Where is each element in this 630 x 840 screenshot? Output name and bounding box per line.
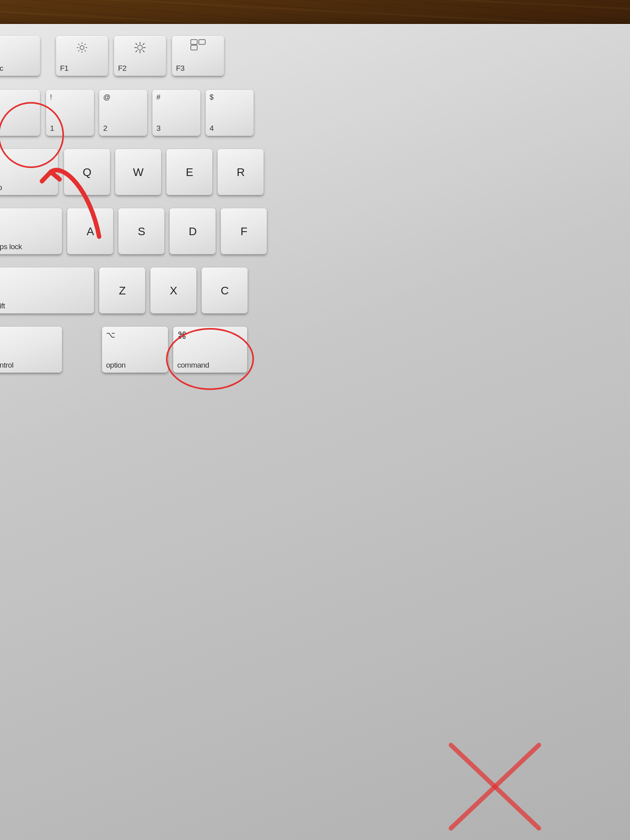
key-caps[interactable]: caps lock (0, 208, 62, 254)
svg-line-5 (78, 44, 80, 45)
x-label: X (154, 271, 192, 310)
key4-label: 4 (210, 124, 214, 133)
esc-label: esc (0, 64, 3, 73)
svg-point-0 (80, 46, 84, 50)
key-e[interactable]: E (166, 149, 212, 195)
keyboard-body: esc F1 (0, 24, 630, 840)
key3-top-symbol: # (156, 93, 160, 102)
key-tilde[interactable]: ~ ` (0, 90, 40, 136)
z-label: Z (103, 271, 141, 310)
c-label: C (206, 271, 244, 310)
d-label: D (174, 212, 212, 251)
key2-top-symbol: @ (103, 93, 110, 102)
key1-top-symbol: ! (50, 93, 52, 102)
svg-rect-19 (199, 40, 205, 44)
shift-label: shift (0, 302, 5, 310)
key-tab[interactable]: tab (0, 149, 58, 195)
tab-label: tab (0, 183, 2, 192)
svg-line-6 (85, 50, 86, 52)
key-a[interactable]: A (67, 208, 113, 254)
key2-label: 2 (103, 124, 107, 133)
q-label: Q (68, 152, 106, 192)
key-f3[interactable]: F3 (172, 36, 224, 76)
key-x[interactable]: X (150, 268, 196, 314)
ctrl-label: control (0, 361, 14, 370)
key-esc[interactable]: esc (0, 36, 40, 76)
key-s[interactable]: S (118, 208, 164, 254)
svg-rect-20 (191, 45, 197, 50)
key-f1[interactable]: F1 (56, 36, 108, 76)
w-label: W (119, 152, 157, 192)
svg-line-15 (143, 50, 144, 52)
key-z[interactable]: Z (99, 268, 145, 314)
a-label: A (71, 212, 109, 251)
svg-rect-18 (191, 40, 197, 44)
key-ctrl[interactable]: ^ control (0, 327, 62, 373)
scene: esc F1 (0, 0, 630, 840)
s-label: S (122, 212, 160, 251)
svg-line-8 (85, 44, 86, 45)
svg-line-7 (78, 50, 80, 52)
svg-line-16 (136, 50, 137, 52)
key1-label: 1 (50, 124, 54, 133)
svg-line-17 (143, 43, 144, 45)
key-d[interactable]: D (170, 208, 216, 254)
f3-label: F3 (176, 64, 184, 73)
f1-label: F1 (60, 64, 68, 73)
cmd-label: command (177, 361, 209, 370)
key-1[interactable]: ! 1 (46, 90, 94, 136)
key4-top-symbol: $ (210, 93, 214, 102)
caps-label: caps lock (0, 242, 22, 251)
option-label: option (106, 361, 126, 370)
option-top-symbol: ⌥ (106, 330, 115, 340)
cmd-top-symbol: ⌘ (177, 330, 187, 341)
svg-line-22 (451, 745, 539, 828)
key-f[interactable]: F (221, 208, 267, 254)
key-4[interactable]: $ 4 (206, 90, 254, 136)
key-command[interactable]: ⌘ command (173, 327, 247, 373)
key-f2[interactable]: F2 (114, 36, 166, 76)
key-w[interactable]: W (115, 149, 161, 195)
key-2[interactable]: @ 2 (99, 90, 147, 136)
f-label: F (225, 212, 263, 251)
f2-label: F2 (118, 64, 126, 73)
key-c[interactable]: C (202, 268, 248, 314)
key3-label: 3 (156, 124, 160, 133)
key-option[interactable]: ⌥ option (102, 327, 168, 373)
e-label: E (170, 152, 208, 192)
svg-line-21 (451, 745, 539, 828)
key-shift[interactable]: shift (0, 268, 94, 314)
svg-line-14 (136, 43, 137, 45)
key-3[interactable]: # 3 (152, 90, 200, 136)
key-r[interactable]: R (218, 149, 264, 195)
annotations-overlay (0, 24, 630, 840)
key-q[interactable]: Q (64, 149, 110, 195)
svg-point-9 (138, 45, 142, 50)
r-label: R (222, 152, 260, 192)
